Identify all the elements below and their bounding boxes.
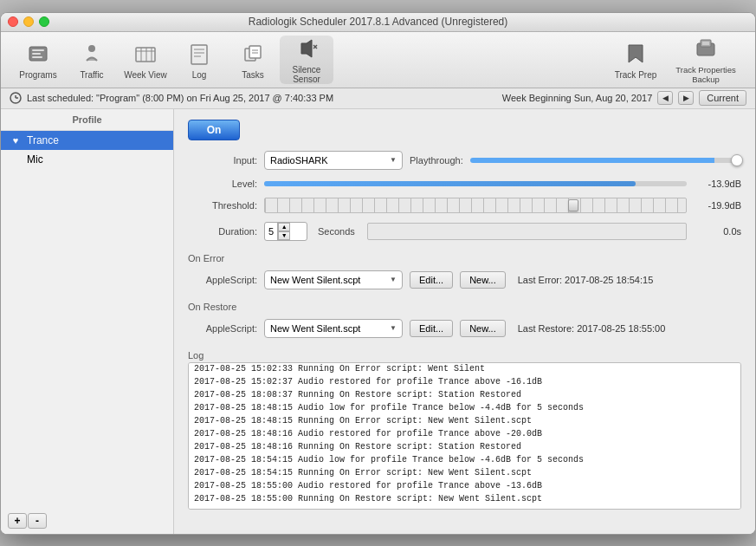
duration-value: 5: [265, 226, 277, 237]
log-section: Log 2017-08-22 12:23:45 Audio restored f…: [188, 350, 741, 510]
log-line: 2017-08-25 18:54:15 Running On Error scr…: [194, 466, 735, 479]
last-error-text: Last Error: 2017-08-25 18:54:15: [518, 275, 654, 285]
svg-rect-1: [32, 49, 44, 51]
playthrough-slider[interactable]: [470, 158, 741, 163]
toolbar-item-track-prep[interactable]: Track Prep: [604, 36, 667, 84]
week-label: Week Beginning Sun, Aug 20, 2017: [502, 93, 653, 103]
log-line: 2017-08-25 18:08:37 Running On Restore s…: [194, 388, 735, 401]
heart-icon: ♥: [10, 134, 22, 146]
svg-marker-18: [301, 40, 312, 57]
on-restore-edit-button[interactable]: Edit...: [410, 320, 453, 337]
log-line: 2017-08-25 18:48:15 Running On Error scr…: [194, 414, 735, 427]
duration-unit: Seconds: [318, 226, 355, 237]
input-dropdown[interactable]: RadioSHARK ▼: [264, 151, 403, 170]
sidebar: Profile ♥ Trance Mic + -: [1, 109, 174, 534]
input-label: Input:: [188, 155, 257, 166]
playthrough-knob[interactable]: [731, 154, 743, 166]
main-window: Radiologik Scheduler 2017.8.1 Advanced (…: [0, 12, 756, 535]
log-line: 2017-08-25 18:48:16 Audio restored for p…: [194, 427, 735, 440]
duration-elapsed: 0.0s: [694, 226, 741, 237]
log-section-label: Log: [188, 350, 741, 361]
programs-icon: [24, 40, 52, 68]
silence-sensor-panel: On Input: RadioSHARK ▼ Playthrough: Lev: [174, 109, 755, 534]
traffic-label: Traffic: [80, 70, 103, 80]
log-line: 2017-08-25 18:48:15 Audio low for profil…: [194, 401, 735, 414]
window-title: Radiologik Scheduler 2017.8.1 Advanced (…: [249, 16, 508, 28]
on-error-row: AppleScript: New Went Silent.scpt ▼ Edit…: [188, 270, 741, 289]
log-line: 2017-08-25 18:54:15 Audio low for profil…: [194, 453, 735, 466]
tasks-label: Tasks: [242, 70, 264, 80]
input-row: Input: RadioSHARK ▼ Playthrough:: [188, 151, 741, 170]
duration-bar: [367, 223, 687, 240]
statusbar-left: Last scheduled: "Program" (8:00 PM) on F…: [10, 92, 497, 104]
next-week-button[interactable]: ▶: [678, 91, 694, 105]
svg-rect-10: [191, 45, 207, 64]
toolbar-item-week-view[interactable]: Week View: [119, 36, 172, 84]
on-error-label: On Error: [188, 253, 741, 263]
duration-row: Duration: 5 ▲ ▼ Seconds 0.0s: [188, 222, 741, 241]
log-line: 2017-08-25 15:02:33 Running On Error scr…: [194, 362, 735, 375]
prev-week-button[interactable]: ◀: [657, 91, 673, 105]
toolbar-item-traffic[interactable]: Traffic: [65, 36, 119, 84]
add-profile-button[interactable]: +: [8, 513, 27, 529]
log-line: 2017-08-25 18:48:16 Running On Restore s…: [194, 440, 735, 453]
log-icon: [185, 40, 213, 68]
on-error-dropdown-arrow-icon: ▼: [390, 276, 397, 283]
level-label: Level:: [188, 179, 257, 189]
log-line: 2017-08-25 18:55:00 Running On Restore s…: [194, 492, 735, 505]
track-prep-icon: [622, 40, 649, 68]
close-button[interactable]: [8, 16, 18, 27]
on-button[interactable]: On: [188, 120, 240, 140]
minimize-button[interactable]: [23, 16, 34, 27]
threshold-knob[interactable]: [568, 199, 578, 211]
sidebar-item-mic[interactable]: Mic: [1, 150, 173, 169]
track-backup-icon: [692, 36, 720, 62]
sidebar-item-trance[interactable]: ♥ Trance: [1, 131, 173, 150]
log-label: Log: [192, 70, 207, 80]
silence-sensor-label: Silence Sensor: [280, 65, 333, 84]
toolbar-item-track-backup[interactable]: Track Properties Backup: [667, 36, 745, 84]
mic-placeholder-icon: [10, 153, 22, 166]
traffic-lights: [8, 16, 49, 27]
toolbar-item-silence-sensor[interactable]: Silence Sensor: [280, 36, 333, 84]
duration-stepper[interactable]: ▲ ▼: [277, 223, 290, 240]
duration-label: Duration:: [188, 226, 257, 237]
on-restore-row: AppleScript: New Went Silent.scpt ▼ Edit…: [188, 319, 741, 338]
on-restore-script-dropdown[interactable]: New Went Silent.scpt ▼: [264, 319, 403, 338]
threshold-slider[interactable]: [264, 198, 687, 213]
log-line: 2017-08-25 15:02:37 Audio restored for p…: [194, 375, 735, 388]
dropdown-arrow-icon: ▼: [390, 156, 397, 164]
svg-rect-15: [249, 46, 261, 58]
on-restore-new-button[interactable]: New...: [460, 320, 506, 337]
zoom-button[interactable]: [39, 16, 49, 27]
tasks-icon: [239, 40, 267, 68]
toolbar-item-tasks[interactable]: Tasks: [226, 36, 280, 84]
track-prep-label: Track Prep: [615, 70, 657, 80]
svg-rect-24: [702, 42, 709, 45]
on-error-edit-button[interactable]: Edit...: [410, 271, 453, 289]
playthrough-label: Playthrough:: [410, 155, 463, 166]
week-view-label: Week View: [124, 70, 167, 80]
on-error-new-button[interactable]: New...: [460, 271, 506, 289]
statusbar-right: Week Beginning Sun, Aug 20, 2017 ◀ ▶ Cur…: [502, 90, 746, 106]
level-slider-fill: [264, 181, 636, 186]
duration-input[interactable]: 5 ▲ ▼: [264, 222, 307, 241]
toolbar-item-programs[interactable]: Programs: [11, 36, 65, 84]
sidebar-item-mic-label: Mic: [27, 153, 43, 166]
current-button[interactable]: Current: [699, 90, 746, 106]
track-backup-label: Track Properties Backup: [669, 65, 743, 84]
on-restore-script-label: AppleScript:: [188, 323, 257, 334]
svg-rect-5: [136, 48, 155, 62]
last-scheduled-text: Last scheduled: "Program" (8:00 PM) on F…: [27, 93, 333, 103]
on-error-script-dropdown[interactable]: New Went Silent.scpt ▼: [264, 270, 403, 289]
level-row: Level: -13.9dB: [188, 179, 741, 189]
remove-profile-button[interactable]: -: [28, 513, 47, 529]
statusbar: Last scheduled: "Program" (8:00 PM) on F…: [1, 88, 755, 109]
duration-increment[interactable]: ▲: [278, 223, 290, 231]
duration-decrement[interactable]: ▼: [278, 231, 290, 240]
sidebar-footer: + -: [1, 508, 173, 534]
log-box[interactable]: 2017-08-22 12:23:45 Audio restored for p…: [188, 362, 741, 510]
log-line: 2017-08-25 18:55:00 Audio restored for p…: [194, 479, 735, 492]
svg-rect-2: [32, 53, 41, 55]
toolbar-item-log[interactable]: Log: [172, 36, 226, 84]
